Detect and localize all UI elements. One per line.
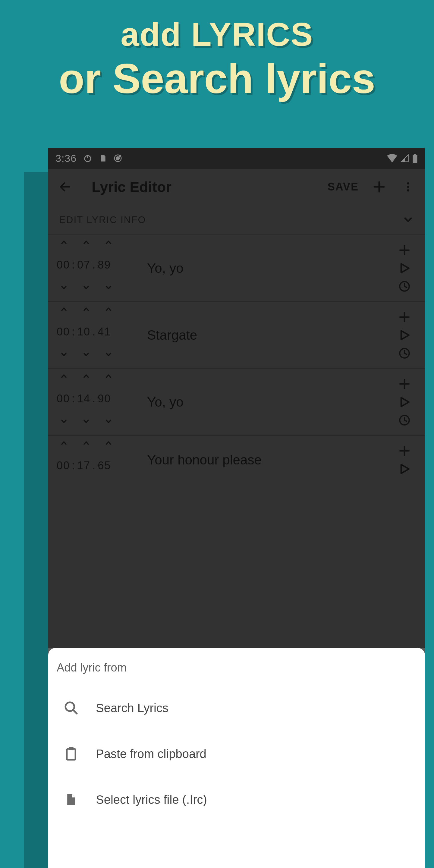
sheet-item-search[interactable]: Search Lyrics <box>57 685 416 731</box>
time-column: 00 : 10 . 41 <box>57 306 144 365</box>
sep: . <box>92 326 96 338</box>
time-up-ss[interactable] <box>82 439 91 447</box>
sheet-item-clipboard[interactable]: Paste from clipboard <box>57 731 416 777</box>
svg-line-29 <box>73 710 77 714</box>
time-up-row <box>57 373 113 380</box>
lyric-row: 00 : 10 . 41Stargate <box>48 302 425 369</box>
status-clock: 3:36 <box>56 153 76 164</box>
lyric-row: 00 : 14 . 90Yo, yo <box>48 369 425 436</box>
time-down-cs[interactable] <box>104 418 113 425</box>
clipboard-icon <box>63 746 80 762</box>
time-down-ss[interactable] <box>82 351 91 358</box>
sep: . <box>92 258 96 271</box>
row-add-button[interactable] <box>398 442 411 460</box>
row-play-button[interactable] <box>398 326 411 344</box>
time-down-mm[interactable] <box>59 418 69 425</box>
edit-lyric-info-label: EDIT LYRIC INFO <box>59 214 146 225</box>
lyric-text[interactable]: Yo, yo <box>144 373 393 432</box>
row-timestamp-button[interactable] <box>398 277 411 296</box>
row-play-button[interactable] <box>398 259 411 277</box>
add-button[interactable] <box>371 179 388 195</box>
svg-marker-15 <box>401 264 409 273</box>
no-location-icon <box>113 154 122 163</box>
time-up-ss[interactable] <box>82 306 91 313</box>
sd-card-icon <box>99 154 107 163</box>
bottom-sheet: Add lyric from Search LyricsPaste from c… <box>48 648 425 868</box>
svg-marker-19 <box>401 331 409 339</box>
back-button[interactable] <box>57 179 73 195</box>
phone-screen: 3:36 <box>48 148 425 868</box>
row-timestamp-button[interactable] <box>398 344 411 362</box>
svg-rect-31 <box>69 747 73 750</box>
svg-rect-30 <box>67 749 75 760</box>
time-cs: 41 <box>98 326 111 338</box>
time-down-ss[interactable] <box>82 284 91 291</box>
sep: . <box>92 459 96 472</box>
time-cs: 65 <box>98 459 111 472</box>
row-timestamp-button[interactable] <box>398 411 411 429</box>
time-down-row <box>57 418 113 425</box>
lyric-row: 00 : 17 . 65Your honour please <box>48 436 425 484</box>
time-mm: 00 <box>57 258 70 271</box>
time-up-cs[interactable] <box>104 439 113 447</box>
time-up-mm[interactable] <box>59 439 69 447</box>
timecode[interactable]: 00 : 10 . 41 <box>57 326 111 338</box>
signal-icon <box>400 154 409 162</box>
time-up-row <box>57 239 113 246</box>
row-actions <box>393 439 416 480</box>
time-cs: 90 <box>98 393 111 405</box>
timecode[interactable]: 00 : 07 . 89 <box>57 258 111 271</box>
svg-marker-27 <box>401 464 409 473</box>
time-down-row <box>57 284 113 291</box>
row-play-button[interactable] <box>398 393 411 411</box>
app-title: Lyric Editor <box>92 179 172 195</box>
promo-headline: add LYRICS or Search lyrics <box>0 0 434 104</box>
time-column: 00 : 17 . 65 <box>57 439 144 480</box>
time-down-cs[interactable] <box>104 351 113 358</box>
time-down-mm[interactable] <box>59 351 69 358</box>
timecode[interactable]: 00 : 14 . 90 <box>57 393 111 405</box>
lyric-text[interactable]: Stargate <box>144 306 393 365</box>
svg-rect-5 <box>413 155 417 163</box>
time-up-row <box>57 439 113 447</box>
sheet-item-label: Select lyrics file (.Irc) <box>96 793 207 807</box>
timecode[interactable]: 00 : 17 . 65 <box>57 459 111 472</box>
time-up-mm[interactable] <box>59 373 69 380</box>
lyric-text[interactable]: Yo, yo <box>144 239 393 298</box>
sheet-item-label: Paste from clipboard <box>96 747 207 761</box>
svg-line-4 <box>115 155 121 161</box>
time-down-ss[interactable] <box>82 418 91 425</box>
row-add-button[interactable] <box>398 241 411 259</box>
file-icon <box>63 792 80 808</box>
save-button[interactable]: SAVE <box>328 181 359 193</box>
row-add-button[interactable] <box>398 308 411 326</box>
time-up-mm[interactable] <box>59 239 69 246</box>
time-up-cs[interactable] <box>104 239 113 246</box>
lyric-row: 00 : 07 . 89Yo, yo <box>48 235 425 302</box>
time-column: 00 : 07 . 89 <box>57 239 144 298</box>
svg-marker-23 <box>401 398 409 406</box>
time-mm: 00 <box>57 459 70 472</box>
sheet-title: Add lyric from <box>57 661 416 674</box>
lyric-text[interactable]: Your honour please <box>144 439 393 480</box>
time-down-mm[interactable] <box>59 284 69 291</box>
row-play-button[interactable] <box>398 460 411 478</box>
time-up-ss[interactable] <box>82 239 91 246</box>
time-up-cs[interactable] <box>104 373 113 380</box>
edit-lyric-info-row[interactable]: EDIT LYRIC INFO <box>48 205 425 235</box>
time-up-ss[interactable] <box>82 373 91 380</box>
time-up-mm[interactable] <box>59 306 69 313</box>
time-ss: 17 <box>77 459 90 472</box>
time-up-cs[interactable] <box>104 306 113 313</box>
app-bar: Lyric Editor SAVE <box>48 169 425 205</box>
sep: : <box>72 258 75 271</box>
chevron-down-icon <box>402 214 414 226</box>
sep: : <box>72 393 75 405</box>
sheet-item-label: Search Lyrics <box>96 701 168 715</box>
time-up-row <box>57 306 113 313</box>
row-add-button[interactable] <box>398 375 411 393</box>
time-down-cs[interactable] <box>104 284 113 291</box>
svg-point-11 <box>407 186 409 188</box>
sheet-item-file[interactable]: Select lyrics file (.Irc) <box>57 777 416 823</box>
overflow-menu-button[interactable] <box>400 179 416 195</box>
